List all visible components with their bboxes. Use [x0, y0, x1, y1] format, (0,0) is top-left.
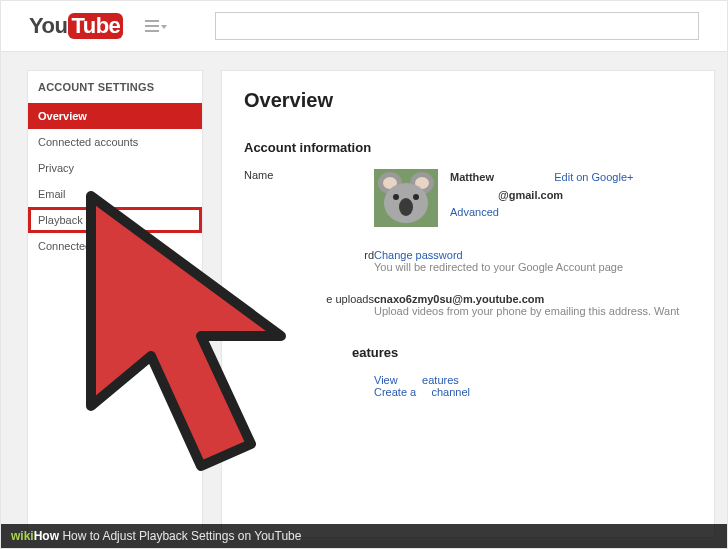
sidebar-item-overview[interactable]: Overview — [28, 103, 202, 129]
footer-how: How — [34, 529, 59, 543]
sidebar-item-playback[interactable]: Playback — [28, 207, 202, 233]
svg-point-10 — [393, 194, 399, 200]
uploads-label: e uploads — [244, 293, 374, 317]
features-title: eatures — [244, 345, 692, 360]
uploads-row: e uploads cnaxo6zmy0su@m.youtube.com Upl… — [244, 293, 692, 317]
uploads-email: cnaxo6zmy0su@m.youtube.com — [374, 293, 692, 305]
avatar[interactable] — [374, 169, 438, 227]
logo-you: You — [29, 13, 67, 39]
header: YouTube — [1, 1, 727, 52]
name-row: Name — [244, 169, 692, 227]
view-features-link[interactable]: View eatures — [374, 374, 459, 386]
account-text: Matthew Edit on Google+ @gmail.com Advan… — [450, 169, 633, 222]
sidebar-item-connected[interactable]: Connected — [28, 233, 202, 259]
sidebar-item-email[interactable]: Email — [28, 181, 202, 207]
settings-sidebar: ACCOUNT SETTINGS Overview Connected acco… — [27, 70, 203, 538]
hamburger-icon — [145, 20, 159, 32]
password-hint: You will be redirected to your Google Ac… — [374, 261, 692, 273]
svg-point-9 — [399, 198, 413, 216]
footer-title: How to Adjust Playback Settings on YouTu… — [62, 529, 301, 543]
svg-rect-0 — [145, 20, 159, 22]
viewport: YouTube ACCOUNT SETTINGS Overview Connec… — [0, 0, 728, 549]
guide-menu-button[interactable] — [145, 20, 167, 32]
search-input[interactable] — [215, 12, 699, 40]
youtube-logo[interactable]: YouTube — [29, 13, 123, 39]
svg-point-11 — [413, 194, 419, 200]
create-channel-link[interactable]: Create a channel — [374, 386, 470, 398]
redacted-email — [450, 191, 498, 201]
change-password-link[interactable]: Change password — [374, 249, 463, 261]
koala-icon — [374, 169, 438, 227]
edit-on-google-link[interactable]: Edit on Google+ — [554, 171, 633, 183]
sidebar-title: ACCOUNT SETTINGS — [28, 71, 202, 103]
content: ACCOUNT SETTINGS Overview Connected acco… — [1, 52, 727, 538]
uploads-hint: Upload videos from your phone by emailin… — [374, 305, 692, 317]
advanced-link[interactable]: Advanced — [450, 206, 499, 218]
footer-wiki: wiki — [11, 529, 34, 543]
main-panel: Overview Account information Name — [221, 70, 715, 538]
sidebar-item-connected-accounts[interactable]: Connected accounts — [28, 129, 202, 155]
account-email: @gmail.com — [498, 189, 563, 201]
features-row: View eatures Create a channel — [244, 374, 692, 398]
svg-rect-1 — [145, 25, 159, 27]
page-title: Overview — [244, 89, 692, 112]
account-name[interactable]: Matthew — [450, 171, 494, 183]
account-info-title: Account information — [244, 140, 692, 155]
redacted-name — [497, 173, 545, 183]
logo-tube: Tube — [68, 13, 123, 39]
wikihow-footer: wikiHow How to Adjust Playback Settings … — [1, 524, 727, 548]
password-label: rd — [244, 249, 374, 273]
chevron-down-icon — [161, 25, 167, 29]
sidebar-item-privacy[interactable]: Privacy — [28, 155, 202, 181]
svg-rect-2 — [145, 30, 159, 32]
search-container — [215, 12, 699, 40]
password-row: rd Change password You will be redirecte… — [244, 249, 692, 273]
name-label: Name — [244, 169, 374, 227]
